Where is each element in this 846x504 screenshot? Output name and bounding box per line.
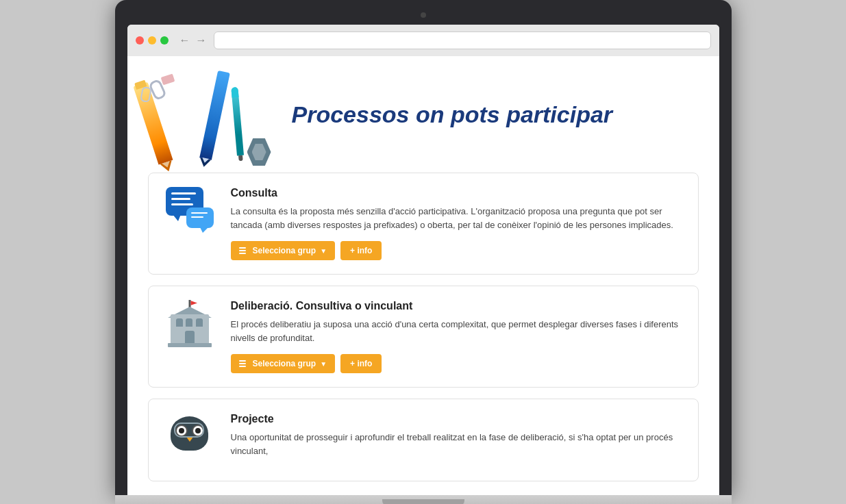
- card-deliberacio: Deliberació. Consultiva o vinculant El p…: [148, 286, 699, 388]
- owl-beak: [186, 437, 193, 442]
- building-steps: [168, 343, 212, 347]
- page-title: Processos on pots participar: [292, 101, 613, 129]
- chat-line-2: [171, 198, 190, 200]
- browser-window: ← →: [127, 25, 719, 495]
- building-window-3: [196, 318, 203, 327]
- building-icon: [166, 300, 214, 344]
- header-illustration: [141, 63, 278, 166]
- chat-lines: [171, 192, 196, 205]
- select-group-button-deliberacio[interactable]: Selecciona grup ▼: [231, 354, 336, 373]
- page-content: Processos on pots participar: [127, 56, 719, 495]
- list-icon-2: [239, 360, 246, 367]
- browser-chrome: ← →: [127, 25, 719, 56]
- card-desc-deliberacio: El procés deliberatiu ja suposa una acci…: [231, 318, 684, 344]
- laptop-notch: [382, 499, 464, 504]
- card-icon-deliberacio: [162, 300, 217, 344]
- card-actions-deliberacio: Selecciona grup ▼ + info: [231, 354, 684, 373]
- building-window-1: [176, 318, 183, 327]
- info-button-consulta[interactable]: + info: [340, 241, 382, 260]
- laptop-frame: ← →: [115, 0, 732, 504]
- nav-buttons: ← →: [179, 34, 207, 47]
- select-group-button-consulta[interactable]: Selecciona grup ▼: [231, 241, 336, 260]
- screen-bezel: ← →: [115, 0, 732, 495]
- camera: [421, 12, 426, 18]
- address-bar[interactable]: [214, 32, 711, 49]
- info-button-deliberacio[interactable]: + info: [340, 354, 382, 373]
- building-windows: [171, 318, 209, 327]
- card-icon-projecte: [162, 413, 217, 454]
- chat-icon: [166, 187, 214, 228]
- card-desc-projecte: Una oportunitat de prosseguir i aprofund…: [231, 431, 684, 457]
- card-icon-consulta: [162, 187, 217, 228]
- card-title-deliberacio: Deliberació. Consultiva o vinculant: [231, 300, 684, 312]
- forward-button[interactable]: →: [196, 34, 207, 47]
- chat-line2-1: [191, 212, 208, 214]
- chat-lines2: [191, 212, 208, 218]
- card-title-projecte: Projecte: [231, 413, 684, 425]
- owl-icon: [166, 413, 214, 454]
- list-icon: [239, 247, 246, 254]
- card-consulta: Consulta La consulta és la proposta més …: [148, 173, 699, 275]
- card-title-consulta: Consulta: [231, 187, 684, 199]
- back-button[interactable]: ←: [179, 34, 190, 47]
- process-list: Consulta La consulta és la proposta més …: [127, 173, 719, 495]
- card-body-projecte: Projecte Una oportunitat de prosseguir i…: [231, 413, 684, 467]
- dropdown-arrow-2: ▼: [320, 360, 327, 368]
- owl-body: [171, 416, 208, 451]
- chat-line-3: [171, 203, 193, 205]
- close-button[interactable]: [136, 36, 144, 45]
- chat-line-1: [171, 192, 196, 194]
- traffic-lights: [136, 36, 169, 45]
- chat-line2-2: [191, 216, 203, 218]
- card-body-deliberacio: Deliberació. Consultiva o vinculant El p…: [231, 300, 684, 373]
- chat-bubble-secondary: [186, 207, 214, 228]
- minimize-button[interactable]: [148, 36, 156, 45]
- page-header: Processos on pots participar: [127, 56, 719, 173]
- card-desc-consulta: La consulta és la proposta més senzilla …: [231, 205, 684, 231]
- card-actions-consulta: Selecciona grup ▼ + info: [231, 241, 684, 260]
- building-body: [171, 314, 209, 344]
- laptop-base: [115, 495, 732, 504]
- select-group-label: Selecciona grup: [253, 246, 316, 255]
- select-group-label-2: Selecciona grup: [253, 359, 316, 368]
- building-window-2: [186, 318, 192, 327]
- card-projecte: Projecte Una oportunitat de prosseguir i…: [148, 399, 699, 481]
- dropdown-arrow: ▼: [320, 247, 327, 255]
- maximize-button[interactable]: [160, 36, 169, 45]
- card-body-consulta: Consulta La consulta és la proposta més …: [231, 187, 684, 260]
